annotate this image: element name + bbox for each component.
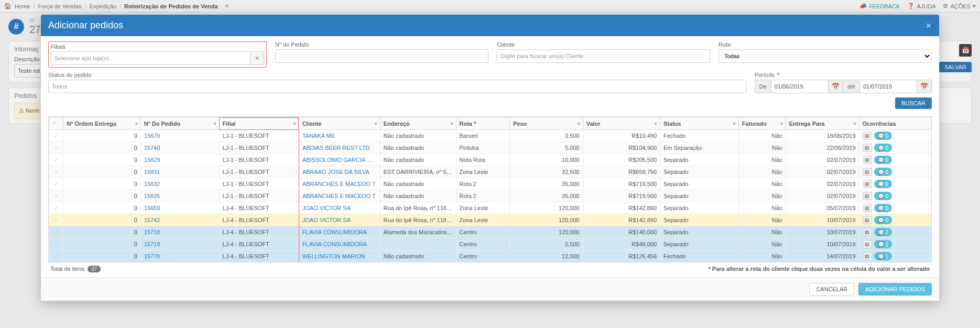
periodo-label: Período*: [755, 72, 932, 78]
cell-peso: 0,500: [509, 130, 583, 135]
filiais-input[interactable]: [51, 51, 251, 65]
results-grid: ✓ Nº Ordem Entrega▾ Nº Do Pedido▾ Filial…: [48, 116, 932, 134]
buscar-button[interactable]: BUSCAR: [895, 97, 932, 109]
filiais-group: Filiais ✕: [48, 41, 267, 68]
col-filial[interactable]: Filial▾: [219, 117, 299, 130]
col-numpedido[interactable]: Nº Do Pedido▾: [140, 117, 219, 130]
chevron-down-icon: ▾: [375, 121, 377, 126]
table-row[interactable]: ✓015679LJ-1 - BLUESOFTTANAKA MENão cadas…: [49, 130, 931, 135]
col-endereco[interactable]: Endereço▾: [380, 117, 456, 130]
chevron-down-icon: ▾: [578, 121, 580, 126]
date-range: De 📅 até 📅: [755, 80, 932, 93]
chevron-down-icon: ▾: [655, 121, 657, 126]
cliente-label: Cliente: [497, 41, 710, 48]
date-to-input[interactable]: [859, 80, 917, 93]
col-faturado[interactable]: Faturado▾: [738, 117, 786, 130]
status-label: Status do pedido: [48, 72, 746, 78]
select-all-header[interactable]: ✓: [49, 117, 63, 130]
row-check[interactable]: ✓: [49, 130, 63, 135]
col-rota[interactable]: Rota *: [456, 117, 509, 130]
filiais-label: Filiais: [51, 43, 264, 50]
col-ocorrencias[interactable]: Ocorrências: [859, 117, 931, 130]
status-input[interactable]: [48, 80, 746, 93]
chevron-down-icon: ▾: [780, 121, 783, 126]
clear-filiais-icon[interactable]: ✕: [251, 51, 264, 65]
calendar-to-icon[interactable]: 📅: [917, 80, 932, 93]
modal-title: Adicionar pedidos: [48, 20, 123, 31]
col-entrega[interactable]: Entrega Para▾: [786, 117, 859, 130]
cell-entrega: 18/06/2019: [786, 130, 859, 135]
col-cliente[interactable]: Cliente▾: [299, 117, 380, 130]
chevron-down-icon: ▾: [135, 121, 138, 126]
modal-header: Adicionar pedidos ✕: [41, 15, 939, 36]
rota-label: Rota: [718, 41, 932, 48]
cell-numpedido[interactable]: 15679: [140, 130, 219, 135]
add-orders-modal: Adicionar pedidos ✕ Filiais ✕ Nº do Pedi…: [41, 15, 939, 134]
col-ordem[interactable]: Nº Ordem Entrega▾: [63, 117, 140, 130]
cliente-input[interactable]: [497, 49, 710, 63]
cell-status: Fechado: [660, 130, 739, 135]
chevron-down-icon: ▾: [214, 121, 216, 126]
de-addon: De: [755, 80, 771, 93]
chevron-down-icon: ▾: [733, 121, 736, 126]
col-status[interactable]: Status▾: [660, 117, 739, 130]
chevron-down-icon: ▾: [293, 121, 296, 126]
chat-icon: 💬: [878, 133, 884, 135]
cell-faturado: Não: [738, 130, 786, 135]
ate-addon: até: [843, 80, 859, 93]
cell-ocorrencias: ▤💬0: [859, 130, 931, 135]
chevron-down-icon: ▾: [854, 121, 856, 126]
chevron-down-icon: ▾: [451, 121, 453, 126]
calendar-from-icon[interactable]: 📅: [829, 80, 843, 93]
note-icon[interactable]: ▤: [863, 132, 872, 134]
numpedido-label: Nº do Pedido: [275, 41, 488, 48]
cell-ordem: 0: [63, 130, 140, 135]
col-peso[interactable]: Peso▾: [509, 117, 583, 130]
col-valor[interactable]: Valor▾: [583, 117, 660, 130]
rota-select[interactable]: Todas: [718, 49, 932, 63]
cell-valor: R$10,490: [583, 130, 660, 135]
close-icon[interactable]: ✕: [925, 21, 932, 30]
cell-endereco: Não cadastrado: [380, 130, 456, 135]
cell-filial[interactable]: LJ-1 - BLUESOFT: [219, 130, 299, 135]
occurrence-badge[interactable]: 💬0: [874, 132, 892, 134]
date-from-input[interactable]: [771, 80, 829, 93]
cell-cliente[interactable]: TANAKA ME: [299, 130, 380, 135]
cell-rota[interactable]: Barueri: [456, 130, 509, 135]
numpedido-input[interactable]: [275, 49, 488, 63]
